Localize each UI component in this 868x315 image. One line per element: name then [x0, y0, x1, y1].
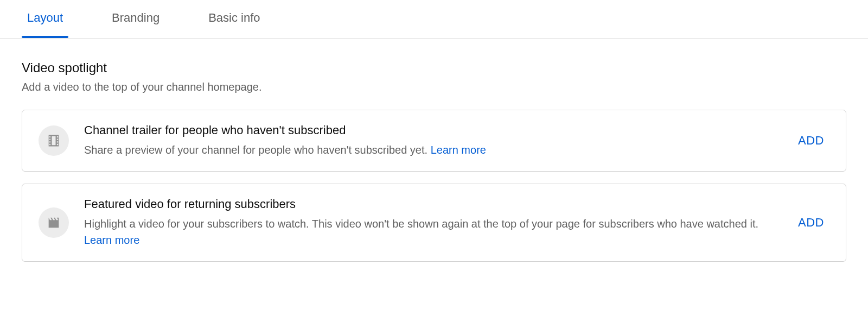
- content-area: Video spotlight Add a video to the top o…: [0, 39, 868, 262]
- tabs-bar: Layout Branding Basic info: [0, 0, 868, 39]
- tab-branding[interactable]: Branding: [106, 0, 165, 38]
- learn-more-link[interactable]: Learn more: [84, 234, 139, 246]
- add-button[interactable]: ADD: [793, 216, 829, 230]
- card-trailer-title: Channel trailer for people who haven't s…: [84, 123, 777, 137]
- card-channel-trailer: Channel trailer for people who haven't s…: [22, 110, 846, 172]
- film-icon: [39, 125, 69, 156]
- clapboard-sparkle-icon: [39, 207, 69, 238]
- card-featured-title: Featured video for returning subscribers: [84, 197, 777, 211]
- tab-basic-info[interactable]: Basic info: [203, 0, 265, 38]
- card-trailer-desc-text: Share a preview of your channel for peop…: [84, 144, 431, 156]
- tab-layout[interactable]: Layout: [22, 0, 68, 38]
- card-featured-video: Featured video for returning subscribers…: [22, 184, 846, 262]
- section-title: Video spotlight: [22, 60, 846, 75]
- add-button[interactable]: ADD: [793, 134, 829, 148]
- card-featured-desc-text: Highlight a video for your subscribers t…: [84, 218, 758, 230]
- learn-more-link[interactable]: Learn more: [431, 144, 486, 156]
- card-text: Featured video for returning subscribers…: [84, 197, 777, 248]
- card-text: Channel trailer for people who haven't s…: [84, 123, 777, 158]
- card-featured-desc: Highlight a video for your subscribers t…: [84, 216, 777, 248]
- section-subtitle: Add a video to the top of your channel h…: [22, 81, 846, 93]
- card-trailer-desc: Share a preview of your channel for peop…: [84, 142, 777, 158]
